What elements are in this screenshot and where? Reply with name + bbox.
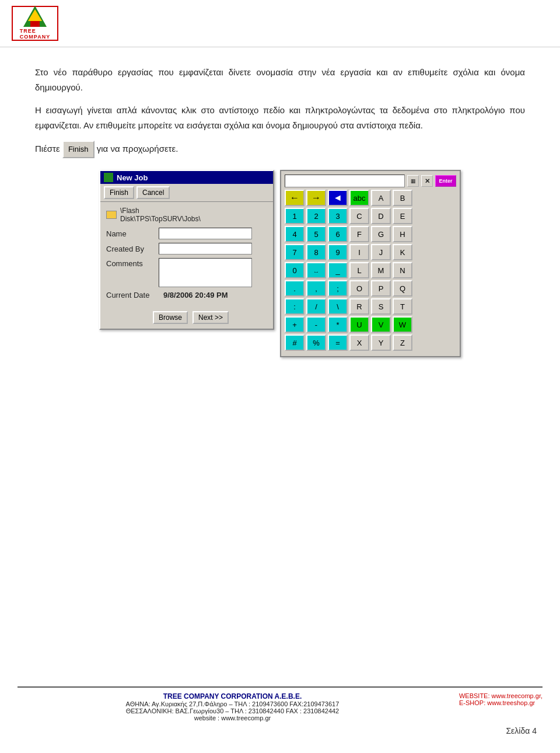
current-date-label: Current Date — [106, 291, 159, 299]
key-backslash[interactable]: \ — [328, 298, 348, 315]
keyboard-row-4: 0 ⎵ _ L M N — [285, 262, 456, 278]
keyboard-enter-button[interactable]: Enter — [435, 175, 456, 187]
key-R[interactable]: R — [349, 298, 369, 315]
key-X[interactable]: X — [349, 334, 369, 351]
key-left-arrow[interactable]: ← — [285, 190, 304, 206]
finish-button[interactable]: Finish — [104, 186, 134, 199]
paragraph-1: Στο νέο παράθυρο εργασίας που εμφανίζετα… — [35, 65, 525, 95]
key-W[interactable]: W — [393, 316, 412, 333]
dialog-title: New Job — [117, 173, 148, 182]
name-input[interactable] — [159, 228, 252, 239]
path-row: \Flash Disk\TPS\TopSURV\Jobs\ — [106, 207, 267, 223]
created-by-input[interactable] — [159, 243, 252, 255]
key-E[interactable]: E — [393, 208, 412, 224]
key-K[interactable]: K — [393, 244, 412, 260]
main-content: Στο νέο παράθυρο εργασίας που εμφανίζετα… — [0, 47, 560, 369]
key-P[interactable]: P — [371, 280, 391, 297]
key-asterisk[interactable]: * — [328, 316, 348, 333]
key-T[interactable]: T — [393, 298, 412, 315]
key-H[interactable]: H — [393, 226, 412, 242]
dialog-action-buttons: Browse Next >> — [100, 309, 273, 329]
key-1[interactable]: 1 — [285, 208, 304, 224]
comments-input[interactable] — [159, 258, 252, 287]
key-B[interactable]: B — [393, 190, 412, 206]
key-7[interactable]: 7 — [285, 244, 304, 260]
virtual-keyboard: ▦ ✕ Enter ← → ◄ abc A B 1 2 3 C D E — [280, 170, 461, 357]
key-comma[interactable]: , — [306, 280, 326, 297]
footer-website-label: WEBSITE: www.treecomp.gr, — [459, 692, 542, 699]
new-job-dialog: New Job Finish Cancel \Flash Disk\TPS\To… — [99, 170, 274, 330]
created-by-row: Created By — [106, 243, 267, 255]
path-line1: \Flash — [120, 207, 201, 215]
keyboard-grid-icon[interactable]: ▦ — [407, 175, 419, 187]
footer-container: TREE COMPANY CORPORATION A.E.B.E. ΑΘΗΝΑ:… — [0, 686, 560, 735]
key-5[interactable]: 5 — [306, 226, 326, 242]
key-plus[interactable]: + — [285, 316, 304, 333]
key-4[interactable]: 4 — [285, 226, 304, 242]
key-S[interactable]: S — [371, 298, 391, 315]
key-G[interactable]: G — [371, 226, 391, 242]
key-minus[interactable]: - — [306, 316, 326, 333]
finish-inline-button: Finish — [62, 141, 94, 158]
footer-website: website : www.treecomp.gr — [18, 714, 447, 721]
path-line2: Disk\TPS\TopSURV\Jobs\ — [120, 215, 201, 223]
key-Y[interactable]: Y — [371, 334, 391, 351]
key-3[interactable]: 3 — [328, 208, 348, 224]
key-L[interactable]: L — [349, 262, 369, 278]
key-0[interactable]: 0 — [285, 262, 304, 278]
key-C[interactable]: C — [349, 208, 369, 224]
key-Z[interactable]: Z — [393, 334, 412, 351]
key-underscore[interactable]: _ — [328, 262, 348, 278]
keyboard-row-1: 1 2 3 C D E — [285, 208, 456, 224]
paragraph-2: Η εισαγωγή γίνεται απλά κάνοντας κλικ στ… — [35, 103, 525, 133]
key-N[interactable]: N — [393, 262, 412, 278]
name-label: Name — [106, 229, 159, 238]
key-hash[interactable]: # — [285, 334, 304, 351]
footer-right: WEBSITE: www.treecomp.gr, E-SHOP: www.tr… — [447, 692, 542, 706]
key-U[interactable]: U — [349, 316, 369, 333]
key-I[interactable]: I — [349, 244, 369, 260]
dialogs-row: New Job Finish Cancel \Flash Disk\TPS\To… — [35, 170, 525, 357]
date-value: 9/8/2006 20:49 PM — [163, 291, 228, 299]
browse-button[interactable]: Browse — [153, 311, 188, 324]
keyboard-row-0: ← → ◄ abc A B — [285, 190, 456, 206]
keyboard-row-7: + - * U V W — [285, 316, 456, 333]
key-right-arrow[interactable]: → — [306, 190, 326, 206]
key-V[interactable]: V — [371, 316, 391, 333]
key-dot[interactable]: . — [285, 280, 304, 297]
keyboard-close-button[interactable]: ✕ — [421, 175, 433, 187]
key-slash[interactable]: / — [306, 298, 326, 315]
key-A[interactable]: A — [371, 190, 391, 206]
logo-text: TREECOMPANY — [20, 28, 50, 40]
paragraph-4: Πιέστε Finish για να προχωρήσετε. — [35, 141, 525, 158]
key-8[interactable]: 8 — [306, 244, 326, 260]
keyboard-display — [285, 175, 405, 187]
key-J[interactable]: J — [371, 244, 391, 260]
key-O[interactable]: O — [349, 280, 369, 297]
footer-eshop-label: E-SHOP: www.treeshop.gr — [459, 699, 542, 706]
comments-label: Comments — [106, 258, 159, 268]
keyboard-top-row: ▦ ✕ Enter — [285, 175, 456, 187]
dialog-titlebar: New Job — [100, 171, 273, 184]
key-space[interactable]: ⎵ — [306, 262, 326, 278]
dialog-body: \Flash Disk\TPS\TopSURV\Jobs\ Name Creat… — [100, 202, 273, 309]
cancel-button[interactable]: Cancel — [136, 186, 170, 199]
key-2[interactable]: 2 — [306, 208, 326, 224]
next-button[interactable]: Next >> — [192, 311, 229, 324]
key-Q[interactable]: Q — [393, 280, 412, 297]
key-percent[interactable]: % — [306, 334, 326, 351]
footer-left: TREE COMPANY CORPORATION A.E.B.E. ΑΘΗΝΑ:… — [18, 692, 447, 721]
key-9[interactable]: 9 — [328, 244, 348, 260]
logo: TREECOMPANY — [12, 6, 58, 41]
footer-company: TREE COMPANY CORPORATION A.E.B.E. — [18, 692, 447, 700]
key-colon[interactable]: : — [285, 298, 304, 315]
key-back-arrow[interactable]: ◄ — [328, 190, 348, 206]
key-6[interactable]: 6 — [328, 226, 348, 242]
key-M[interactable]: M — [371, 262, 391, 278]
key-F[interactable]: F — [349, 226, 369, 242]
key-abc[interactable]: abc — [349, 190, 369, 206]
key-equals[interactable]: = — [328, 334, 348, 351]
key-semicolon[interactable]: ; — [328, 280, 348, 297]
name-row: Name — [106, 228, 267, 239]
key-D[interactable]: D — [371, 208, 391, 224]
